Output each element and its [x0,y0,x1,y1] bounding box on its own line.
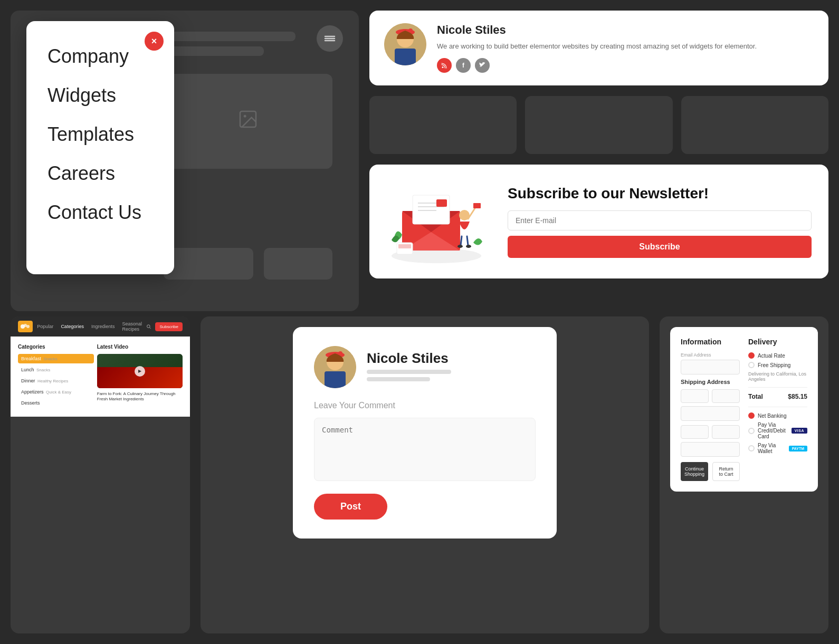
free-shipping-label: Free Shipping [758,362,790,368]
svg-point-4 [244,114,246,117]
comment-author-meta [367,370,451,381]
skeleton-image-card [164,74,332,169]
checkout-name-row [681,389,740,403]
foodie-categories: Categories Breakfast SnacksLunch SnacksD… [18,344,94,409]
wallet-option[interactable]: Pay Via Wallet PAYTM [748,443,807,454]
checkout-delivery-title: Delivery [748,338,807,346]
net-banking-radio[interactable] [748,412,755,419]
checkout-total-row: Total $85.15 [748,393,807,400]
skeleton-bar-2 [169,46,264,56]
comment-form: Nicole Stiles Leave Your Comment Post [293,327,557,539]
svg-point-9 [408,28,413,33]
svg-point-35 [338,351,342,355]
image-placeholder-icon [237,109,259,134]
foodie-nav-popular[interactable]: Popular [37,324,53,329]
checkout-email-label: Email Address [681,352,740,358]
post-comment-button[interactable]: Post [314,494,387,520]
checkout-info-col: Information Email Address Shipping Addre… [681,338,740,481]
net-banking-option[interactable]: Net Banking [748,412,807,419]
wallet-radio[interactable] [748,445,755,451]
newsletter-email-input[interactable] [508,210,812,230]
checkout-shipping-label: Shipping Address [681,379,740,385]
foodie-cat-desserts[interactable]: Desserts [18,398,94,408]
svg-line-21 [467,236,468,245]
checkout-town-field[interactable] [681,425,709,439]
left-panel: × CompanyWidgetsTemplatesCareersContact … [11,11,359,311]
svg-rect-17 [436,199,447,207]
svg-rect-6 [395,49,416,65]
checkout-firstname-field[interactable] [681,389,709,403]
menu-item-widgets[interactable]: Widgets [47,76,153,115]
return-to-cart-button[interactable]: Return to Cart [712,462,740,481]
checkout-divider-2 [748,407,807,407]
checkout-street-field[interactable] [681,406,740,421]
menu-item-templates[interactable]: Templates [47,115,153,154]
comment-author-section: Nicole Stiles [314,346,536,388]
svg-line-20 [461,236,462,245]
credit-card-label: Pay Via Credit/Debit Card [758,422,788,439]
close-menu-button[interactable]: × [145,32,164,51]
facebook-social-icon[interactable]: f [456,58,471,73]
actual-rate-option[interactable]: Actual Rate [748,352,807,359]
foodie-logo [18,321,33,332]
checkout-delivery-col: Delivery Actual Rate Free Shipping Deliv… [748,338,807,481]
foodie-video-thumbnail[interactable]: ▶ [97,354,183,388]
checkout-info-title: Information [681,338,740,346]
svg-point-28 [26,325,30,328]
comment-card-wrapper: Nicole Stiles Leave Your Comment Post [201,316,649,633]
menu-item-contact[interactable]: Contact Us [47,193,153,232]
foodie-cat-dinner[interactable]: Dinner Healthy Recipes [18,376,94,386]
newsletter-subscribe-button[interactable]: Subscribe [508,236,812,258]
video-play-button[interactable]: ▶ [135,366,145,377]
checkout-lastname-field[interactable] [712,389,740,403]
newsletter-illustration [386,179,492,264]
total-value: $85.15 [788,393,807,400]
checkout-phone-field[interactable] [681,442,740,457]
foodie-nav-categories[interactable]: Categories [61,324,84,329]
foodie-header: Popular Categories Ingredients Seasonal … [11,316,190,337]
hamburger-menu-button[interactable] [317,25,343,52]
search-icon [146,323,151,330]
free-shipping-option[interactable]: Free Shipping [748,362,807,368]
free-shipping-radio[interactable] [748,362,755,368]
svg-rect-25 [398,244,411,248]
twitter-social-icon[interactable] [475,58,490,73]
foodie-nav: Popular Categories Ingredients Seasonal … [37,321,142,332]
svg-point-29 [147,325,150,328]
foodie-categories-list: Breakfast SnacksLunch SnacksDinner Healt… [18,354,94,408]
skeleton-top [169,32,327,56]
foodie-cat-breakfast[interactable]: Breakfast Snacks [18,354,94,363]
credit-card-option[interactable]: Pay Via Credit/Debit Card VISA [748,422,807,439]
newsletter-card: Subscribe to our Newsletter! Subscribe [369,165,828,278]
foodie-subscribe-button[interactable]: Subscribe [155,322,183,331]
rss-social-icon[interactable] [437,58,452,73]
foodie-cat-lunch[interactable]: Lunch Snacks [18,365,94,374]
svg-rect-32 [325,371,346,388]
newsletter-title: Subscribe to our Newsletter! [508,185,812,203]
comment-textarea[interactable] [314,418,536,481]
visa-badge: VISA [792,428,807,434]
foodie-video-description: Farm to Fork: A Culinary Journey Through… [97,391,183,402]
menu-item-careers[interactable]: Careers [47,154,153,193]
checkout-divider [748,387,807,388]
foodie-body: Categories Breakfast SnacksLunch SnacksD… [11,337,190,417]
thumbnail-2 [525,96,672,154]
menu-item-company[interactable]: Company [47,37,153,76]
skeleton-bottom-right [264,248,332,280]
foodie-nav-ingredients[interactable]: Ingredients [91,324,115,329]
net-banking-label: Net Banking [758,413,786,419]
continue-shopping-button[interactable]: Continue Shopping [681,462,708,481]
thumbnail-1 [369,96,517,154]
actual-rate-radio[interactable] [748,352,755,359]
credit-card-radio[interactable] [748,428,755,434]
checkout-postcode-field[interactable] [712,425,740,439]
checkout-email-field[interactable] [681,360,740,374]
foodie-nav-seasonal[interactable]: Seasonal Recipes [122,321,142,332]
author-socials: f [437,58,814,73]
author-card: Nicole Stiles We are working to build be… [369,11,828,85]
checkout-actions: Continue Shopping Return to Cart [681,462,740,481]
author-info: Nicole Stiles We are working to build be… [437,23,814,73]
foodie-cat-appetizers[interactable]: Appetizers Quick & Easy [18,387,94,397]
comment-author-name: Nicole Stiles [367,350,451,367]
menu-items-list: CompanyWidgetsTemplatesCareersContact Us [47,37,153,232]
